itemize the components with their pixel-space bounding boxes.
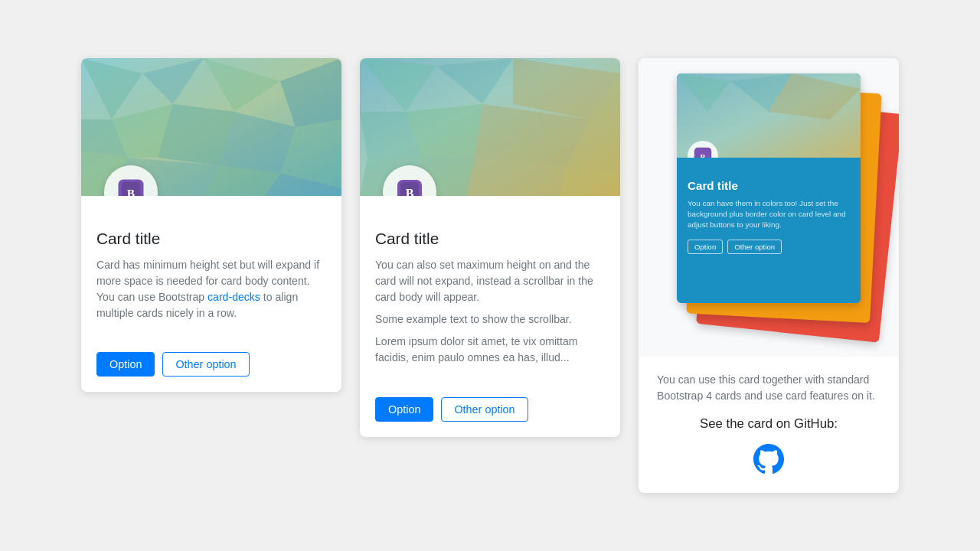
card-decks-link[interactable]: card-decks — [207, 291, 260, 303]
mini-option-button[interactable]: Option — [688, 240, 723, 254]
mini-other-option-button[interactable]: Other option — [727, 240, 782, 254]
card-2-title: Card title — [375, 230, 605, 248]
svg-text:B: B — [127, 186, 135, 195]
preview-card-main: B Card title You can have them in colors… — [677, 73, 861, 303]
card-1-body: Card title Card has minimum height set b… — [81, 196, 341, 343]
card-2-text1: You can also set maximum height on and t… — [375, 257, 605, 305]
mini-card-buttons: Option Other option — [688, 240, 850, 254]
svg-text:B: B — [406, 187, 414, 196]
card-2-body: Card title You can also set maximum heig… — [360, 196, 620, 388]
card-1-buttons: Option Other option — [81, 343, 341, 392]
card-3-body: You can use this card together with stan… — [639, 357, 899, 493]
mini-card-body: Card title You can have them in colors t… — [677, 158, 861, 265]
card-2-text2: Some example text to show the scrollbar. — [375, 311, 605, 328]
cards-container: B Card title Card has minimum height set… — [51, 28, 929, 523]
mini-card-text: You can have them in colors too! Just se… — [688, 198, 850, 230]
card-1-option-button[interactable]: Option — [96, 352, 155, 377]
mini-card-title: Card title — [688, 179, 850, 192]
github-icon[interactable] — [753, 444, 784, 478]
card-2-option-button[interactable]: Option — [375, 397, 433, 422]
card-2-other-option-button[interactable]: Other option — [441, 397, 528, 422]
card-1-title: Card title — [96, 230, 326, 248]
github-icon-wrapper[interactable] — [657, 444, 880, 478]
card-2-buttons: Option Other option — [360, 388, 620, 437]
card-1-other-option-button[interactable]: Other option — [162, 352, 249, 377]
mini-card-image: B — [677, 73, 861, 158]
card-2-text3: Lorem ipsum dolor sit amet, te vix omitt… — [375, 334, 605, 366]
card-1: B Card title Card has minimum height set… — [81, 58, 341, 392]
github-label: See the card on GitHub: — [657, 416, 880, 432]
card-2-image: B — [360, 58, 620, 196]
svg-text:B: B — [701, 153, 706, 158]
card-3: B Card title You can have them in colors… — [639, 58, 899, 493]
card-1-text: Card has minimum height set but will exp… — [96, 257, 326, 321]
card-1-image: B — [81, 58, 341, 196]
card-2: B Card title You can also set maximum he… — [360, 58, 620, 437]
card-3-description: You can use this card together with stan… — [657, 372, 880, 404]
